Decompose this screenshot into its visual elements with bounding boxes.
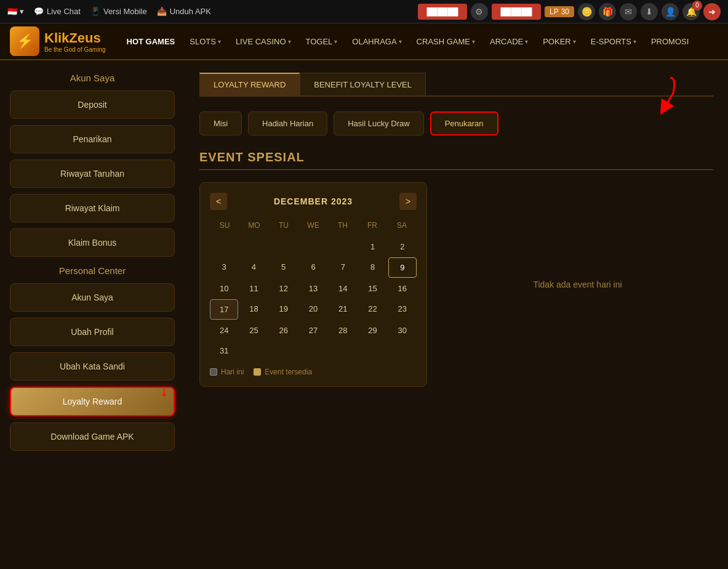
unduh-apk-link[interactable]: 📥 Unduh APK <box>157 7 211 16</box>
nav-poker[interactable]: POKER ▾ <box>537 32 582 51</box>
calendar-container: < DECEMBER 2023 > SU MO TU WE TH FR SA 1… <box>199 182 713 387</box>
live-chat-label: Live Chat <box>47 7 81 16</box>
unduh-apk-label: Unduh APK <box>170 7 211 16</box>
cal-cell-31[interactable]: 31 <box>210 341 238 360</box>
flag-icon: 🇮🇩 <box>7 7 17 16</box>
cal-cell-2[interactable]: 2 <box>388 237 417 256</box>
cal-cell-30[interactable]: 30 <box>388 321 417 340</box>
username-btn[interactable]: ██████ <box>418 4 467 20</box>
download-icon[interactable]: ⬇ <box>641 3 658 20</box>
cal-grid: 1234567891011121314151617181920212223242… <box>210 237 417 360</box>
cal-cell-9[interactable]: 9 <box>388 257 417 278</box>
cal-cell-empty-36 <box>239 341 268 360</box>
sub-tab-misi[interactable]: Misi <box>199 111 242 135</box>
nav-hot-games[interactable]: HOT GAMES <box>121 32 182 51</box>
cal-cell-10[interactable]: 10 <box>210 279 238 298</box>
logo-text: KlikZeus <box>44 30 106 46</box>
notification-wrapper: 🔔 0 <box>682 3 700 20</box>
cal-cell-28[interactable]: 28 <box>329 321 357 340</box>
tab-loyalty-reward[interactable]: LOYALTY REWARD <box>199 73 300 95</box>
calendar-header: < DECEMBER 2023 > <box>210 193 417 210</box>
nav-live-casino[interactable]: LIVE CASINO ▾ <box>230 32 297 51</box>
lp-value: 30 <box>561 7 569 16</box>
cal-cell-29[interactable]: 29 <box>358 321 386 340</box>
cal-cell-24[interactable]: 24 <box>210 321 238 340</box>
main-layout: Akun Saya Deposit Penarikan Riwayat Taru… <box>0 60 728 469</box>
cal-cell-5[interactable]: 5 <box>270 257 298 278</box>
sidebar-akun-saya-btn[interactable]: Akun Saya <box>10 283 175 312</box>
cal-cell-13[interactable]: 13 <box>299 279 327 298</box>
nav-togel[interactable]: TOGEL ▾ <box>300 32 344 51</box>
settings-icon[interactable]: ⚙ <box>471 3 488 20</box>
nav-menu: HOT GAMES SLOTS ▾ LIVE CASINO ▾ TOGEL ▾ … <box>121 32 718 51</box>
nav-promosi[interactable]: PROMOSI <box>645 32 695 51</box>
live-chat-link[interactable]: 💬 Live Chat <box>34 7 81 16</box>
sidebar-klaim-bonus-btn[interactable]: Klaim Bonus <box>10 228 175 257</box>
balance-btn[interactable]: ██████ <box>492 4 541 20</box>
sidebar-download-game-apk-btn[interactable]: Download Game APK <box>10 422 175 451</box>
cal-cell-20[interactable]: 20 <box>299 299 327 320</box>
nav-olahraga[interactable]: OLAHRAGA ▾ <box>346 32 407 51</box>
legend-event-label: Event tersedia <box>265 368 312 376</box>
sidebar-deposit-btn[interactable]: Deposit <box>10 91 175 119</box>
cal-prev-btn[interactable]: < <box>210 193 227 210</box>
akun-saya-title: Akun Saya <box>10 73 175 83</box>
cal-cell-8[interactable]: 8 <box>358 257 386 278</box>
cal-cell-empty-0 <box>210 237 238 256</box>
cal-cell-26[interactable]: 26 <box>270 321 298 340</box>
flag-selector[interactable]: 🇮🇩 ▾ <box>7 7 24 16</box>
cal-cell-23[interactable]: 23 <box>388 299 417 320</box>
cal-next-btn[interactable]: > <box>399 193 417 210</box>
cal-cell-11[interactable]: 11 <box>239 279 268 298</box>
logo-zeus: Zeus <box>69 30 100 46</box>
cal-month-year: DECEMBER 2023 <box>274 196 353 206</box>
cal-cell-14[interactable]: 14 <box>329 279 357 298</box>
cal-day-we: WE <box>298 219 328 232</box>
cal-cell-4[interactable]: 4 <box>239 257 268 278</box>
cal-cell-19[interactable]: 19 <box>270 299 298 320</box>
cal-cell-18[interactable]: 18 <box>239 299 268 320</box>
cal-cell-16[interactable]: 16 <box>388 279 417 298</box>
flag-arrow: ▾ <box>20 7 24 16</box>
sidebar-loyalty-reward-btn[interactable]: Loyalty Reward <box>10 387 175 416</box>
cal-cell-15[interactable]: 15 <box>358 279 386 298</box>
cal-cell-27[interactable]: 27 <box>299 321 327 340</box>
gift-icon[interactable]: 🎁 <box>599 3 616 20</box>
logo[interactable]: ⚡ KlikZeus Be the God of Gaming <box>10 26 106 56</box>
logout-icon[interactable]: ➜ <box>703 3 721 20</box>
nav-crash-game[interactable]: CRASH GAME ▾ <box>410 32 481 51</box>
message-icon[interactable]: ✉ <box>620 3 637 20</box>
no-event-text: Tidak ada event hari ini <box>533 280 622 289</box>
legend-dot-event <box>254 368 261 376</box>
sidebar-ubah-profil-btn[interactable]: Ubah Profil <box>10 318 175 346</box>
sub-tab-penukaran[interactable]: Penukaran <box>430 111 498 135</box>
cal-cell-7[interactable]: 7 <box>329 257 357 278</box>
sidebar-ubah-kata-sandi-btn[interactable]: Ubah Kata Sandi <box>10 352 175 381</box>
cal-cell-1[interactable]: 1 <box>358 237 386 256</box>
topbar: 🇮🇩 ▾ 💬 Live Chat 📱 Versi Mobile 📥 Unduh … <box>0 0 728 23</box>
cal-cell-3[interactable]: 3 <box>210 257 238 278</box>
cal-cell-17[interactable]: 17 <box>210 299 238 320</box>
apk-icon: 📥 <box>157 7 167 16</box>
nav-slots[interactable]: SLOTS ▾ <box>183 32 227 51</box>
calendar-legend: Hari ini Event tersedia <box>210 368 417 376</box>
sub-tab-hasil-lucky-draw[interactable]: Hasil Lucky Draw <box>334 111 423 135</box>
sidebar-riwayat-taruhan-btn[interactable]: Riwayat Taruhan <box>10 159 175 188</box>
nav-arcade[interactable]: ARCADE ▾ <box>484 32 534 51</box>
cal-cell-empty-37 <box>270 341 298 360</box>
versi-mobile-link[interactable]: 📱 Versi Mobile <box>90 7 147 16</box>
sidebar-riwayat-klaim-btn[interactable]: Riwayat Klaim <box>10 194 175 222</box>
cal-cell-6[interactable]: 6 <box>299 257 327 278</box>
sidebar-penarikan-btn[interactable]: Penarikan <box>10 125 175 153</box>
sub-tab-hadiah-harian[interactable]: Hadiah Harian <box>248 111 327 135</box>
logo-klik: Klik <box>44 30 69 46</box>
cal-cell-25[interactable]: 25 <box>239 321 268 340</box>
cal-cell-12[interactable]: 12 <box>270 279 298 298</box>
user-icon[interactable]: 👤 <box>662 3 679 20</box>
tab-benefit-loyalty-level[interactable]: BENEFIT LOYALTY LEVEL <box>300 73 426 95</box>
cal-cell-empty-38 <box>299 341 327 360</box>
nav-esports[interactable]: E-SPORTS ▾ <box>585 32 642 51</box>
coin-icon[interactable]: 🪙 <box>578 3 595 20</box>
cal-cell-21[interactable]: 21 <box>329 299 357 320</box>
cal-cell-22[interactable]: 22 <box>358 299 386 320</box>
